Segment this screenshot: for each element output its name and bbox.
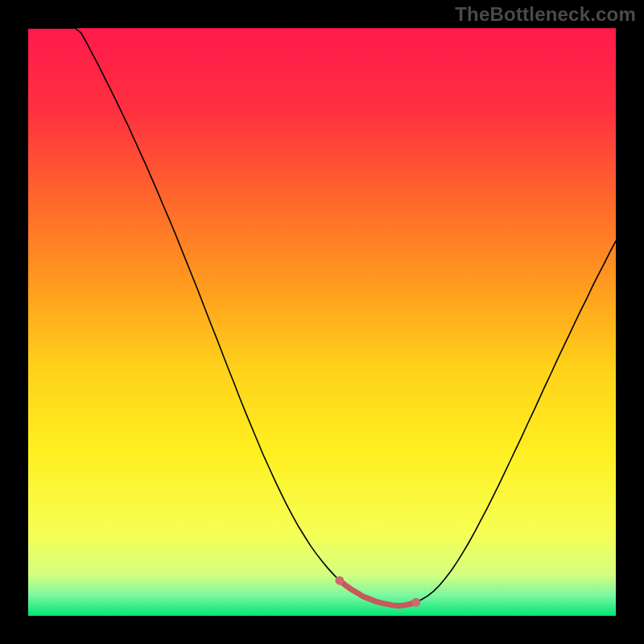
- chart-svg: [28, 28, 616, 616]
- gradient-background: [28, 28, 616, 616]
- optimal-range-end-marker: [411, 598, 420, 607]
- chart-plot-area: [28, 28, 616, 616]
- watermark-text: TheBottleneck.com: [455, 3, 636, 26]
- chart-frame: TheBottleneck.com: [0, 0, 644, 644]
- optimal-range-start-marker: [335, 576, 344, 585]
